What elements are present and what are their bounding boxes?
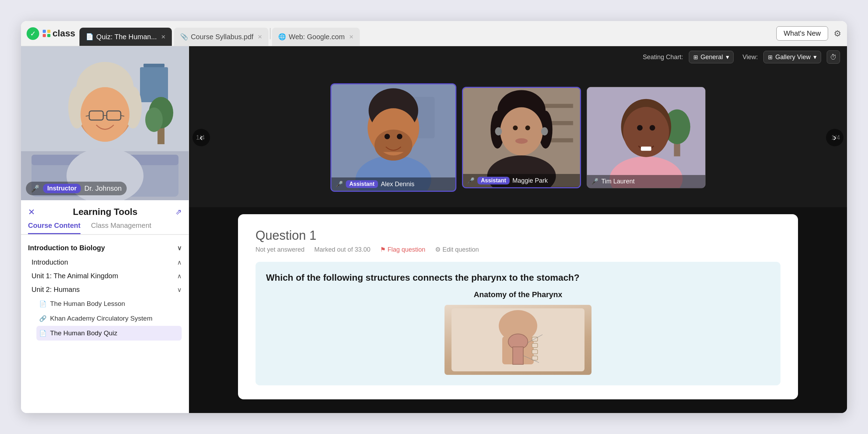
gear-button[interactable]: ⚙ [834,29,841,38]
quiz-anatomy-title: Anatomy of the Pharynx [266,290,770,299]
timer-button[interactable]: ⏱ [827,50,840,64]
svg-point-26 [374,130,412,161]
left-panel: 🎤 Instructor Dr. Johnson ✕ Learning Tool… [21,46,189,413]
attachment-icon: 📎 [180,33,188,41]
video-bg-tim [587,87,705,188]
quiz-question-number: Question 1 [255,228,780,243]
lt-close-button[interactable]: ✕ [28,207,35,217]
shield-icon: ✓ [27,27,39,40]
subsection-humans[interactable]: Unit 2: Humans ∨ [28,283,182,296]
quiz-edit-button[interactable]: ⚙ Edit question [435,246,479,253]
course-item-circulatory-label: Khan Academy Circulatory System [50,315,153,322]
section-intro-biology[interactable]: Introduction to Biology ∨ [28,240,182,255]
course-section: Introduction to Biology ∨ Introduction ∧… [21,240,189,341]
tab-course-content[interactable]: Course Content [28,222,80,234]
svg-point-42 [525,126,530,131]
subsection-chevron-down2: ∨ [177,286,182,294]
instructor-avatar-svg [21,46,189,200]
mic-muted-icon-alex: 🎤 [336,181,343,188]
svg-point-41 [513,126,518,131]
participant-name-alex: Alex Dennis [381,181,414,188]
tab-close-syllabus[interactable]: ✕ [258,34,262,40]
participant-name-tim: Tim Laurent [601,178,635,185]
assistant-badge-maggie: Assistant [477,177,510,184]
instructor-label: 🎤 Instructor Dr. Johnson [26,182,127,195]
flag-icon: ⚑ [380,246,386,253]
instructor-video: 🎤 Instructor Dr. Johnson [21,46,189,200]
course-item-body-lesson[interactable]: 📄 The Human Body Lesson [36,296,182,311]
mic-muted-icon-tim: 🎤 [591,178,598,185]
quiz-marked-out-of: Marked out of 33.00 [314,246,370,253]
video-card-alex: 🎤 Assistant Alex Dennis [330,83,456,192]
browser-window: ✓ class 📄 Quiz: The Human... ✕ 📎 Course … [21,21,847,413]
tab-quiz[interactable]: 📄 Quiz: The Human... ✕ [79,28,172,46]
subsection-introduction[interactable]: Introduction ∧ [28,255,182,269]
whats-new-button[interactable]: What's New [776,26,828,41]
tab-quiz-label: Quiz: The Human... [96,33,157,41]
svg-rect-2 [144,64,164,67]
subsection-humans-label: Unit 2: Humans [31,286,80,294]
course-item-doc-icon-1: 📄 [39,300,47,308]
subsection-introduction-label: Introduction [31,258,68,266]
course-item-body-lesson-label: The Human Body Lesson [50,300,125,308]
gallery-nav-right-button[interactable]: › [826,129,844,146]
class-logo: class [43,28,75,39]
participant-tim-avatar [587,87,705,188]
view-value: Gallery View [775,54,811,61]
assistant-badge-alex: Assistant [346,180,378,188]
subsection-animal-kingdom-label: Unit 1: The Animal Kingdom [31,272,118,280]
lt-expand-button[interactable]: ⇗ [175,208,182,217]
tab-close-google[interactable]: ✕ [349,34,354,40]
quiz-flag-button[interactable]: ⚑ Flag question [380,246,425,253]
course-item-doc-icon-2: 📄 [39,330,47,337]
tabs-bar: 📄 Quiz: The Human... ✕ 📎 Course Syllabus… [79,21,771,46]
quiz-meta: Not yet answered Marked out of 33.00 ⚑ F… [255,246,780,253]
quiz-not-answered: Not yet answered [255,246,304,253]
svg-rect-1 [140,67,168,102]
seating-chart-dropdown[interactable]: ⊞ General ▾ [689,51,734,63]
view-chevron-icon: ▾ [813,53,817,61]
quiz-anatomy-image [444,305,592,375]
instructor-badge: Instructor [43,184,81,193]
video-gallery: Seating Chart: ⊞ General ▾ View: ⊞ Galle… [189,46,847,207]
view-label: View: [743,54,758,61]
tab-divider [270,28,271,39]
svg-point-28 [397,134,402,139]
quiz-question-box: Which of the following structures connec… [255,262,780,385]
view-dropdown[interactable]: ⊞ Gallery View ▾ [763,51,821,63]
section-chevron-down: ∨ [177,244,182,252]
video-card-maggie: 🎤 Assistant Maggie Park [462,87,581,188]
gallery-main: 1/4 ‹ [189,68,847,207]
video-name-bar-maggie: 🎤 Assistant Maggie Park [463,174,580,187]
video-name-bar-alex: 🎤 Assistant Alex Dennis [331,177,455,191]
browser-chrome: ✓ class 📄 Quiz: The Human... ✕ 📎 Course … [21,21,847,46]
course-item-circulatory[interactable]: 🔗 Khan Academy Circulatory System [36,311,182,326]
globe-icon: 🌐 [278,33,286,41]
subsection-chevron-up: ∧ [177,259,182,266]
main-content: 🎤 Instructor Dr. Johnson ✕ Learning Tool… [21,46,847,413]
course-items: 📄 The Human Body Lesson 🔗 Khan Academy C… [28,296,182,341]
svg-point-39 [495,127,502,135]
tab-google[interactable]: 🌐 Web: Google.com ✕ [272,28,360,46]
instructor-photo [21,46,189,200]
participant-name-maggie: Maggie Park [512,177,548,184]
subsection-animal-kingdom[interactable]: Unit 1: The Animal Kingdom ∧ [28,269,182,283]
tab-close-quiz[interactable]: ✕ [161,34,166,40]
svg-point-40 [541,127,548,135]
participant-maggie-avatar [463,87,580,187]
tab-class-management[interactable]: Class Management [91,222,151,234]
gallery-nav-left-button[interactable]: ‹ [192,129,210,146]
anatomy-pharynx-svg [451,308,584,371]
svg-point-10 [80,87,130,142]
svg-rect-59 [532,343,538,348]
quiz-question-text: Which of the following structures connec… [266,272,770,283]
svg-point-50 [637,125,643,131]
instructor-name: Dr. Johnson [84,184,122,192]
svg-point-38 [500,107,543,156]
section-intro-biology-label: Introduction to Biology [28,244,105,252]
quiz-card: Question 1 Not yet answered Marked out o… [238,214,798,399]
participant-alex-avatar [331,83,455,191]
video-name-bar-tim: 🎤 Tim Laurent [587,175,705,188]
course-item-body-quiz[interactable]: 📄 The Human Body Quiz [36,326,182,341]
tab-syllabus[interactable]: 📎 Course Syllabus.pdf ✕ [174,28,268,46]
